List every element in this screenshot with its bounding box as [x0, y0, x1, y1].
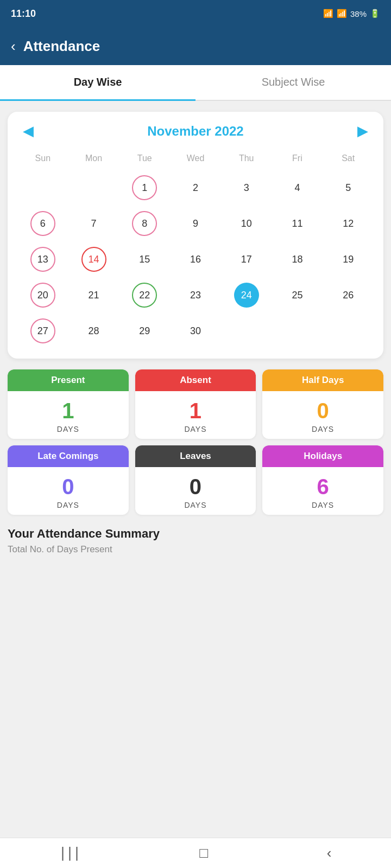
calendar-day-21[interactable]: 21 — [68, 278, 119, 312]
calendar-day-26[interactable]: 26 — [323, 278, 374, 312]
summary-subtitle: Total No. of Days Present — [8, 544, 383, 555]
calendar-day-27[interactable]: 27 — [17, 314, 68, 348]
stat-body-absent: 1 DAYS — [135, 391, 256, 439]
nav-recent-apps[interactable]: ∣∣∣ — [59, 845, 80, 861]
calendar-day-19[interactable]: 19 — [323, 242, 374, 276]
calendar-day-24[interactable]: 24 — [221, 278, 272, 312]
stat-value-leaves: 0 — [138, 475, 253, 499]
stat-label-absent: DAYS — [138, 425, 253, 433]
stat-label-holidays: DAYS — [266, 501, 380, 509]
prev-month-button[interactable]: ◀ — [17, 123, 39, 139]
calendar-day-5[interactable]: 5 — [323, 171, 374, 205]
status-icons: 📶 📶 38% 🔋 — [323, 9, 380, 18]
stat-body-present: 1 DAYS — [8, 391, 129, 439]
summary-section: Your Attendance Summary Total No. of Day… — [8, 521, 383, 558]
calendar-day-8[interactable]: 8 — [119, 207, 170, 240]
calendar-grid: 1234567891011121314151617181920212223242… — [17, 171, 374, 348]
day-name-fri: Fri — [272, 150, 323, 167]
calendar-day-10[interactable]: 10 — [221, 207, 272, 240]
stat-header-late-comings: Late Comings — [8, 445, 129, 467]
battery-icon: 🔋 — [370, 9, 380, 18]
stat-label-half-days: DAYS — [266, 425, 380, 433]
day-name-sun: Sun — [17, 150, 68, 167]
stat-label-leaves: DAYS — [138, 501, 253, 509]
stat-header-half-days: Half Days — [262, 369, 383, 391]
calendar-day-22[interactable]: 22 — [119, 278, 170, 312]
next-month-button[interactable]: ▶ — [352, 123, 374, 139]
stat-value-half-days: 0 — [266, 399, 380, 423]
calendar-day-20[interactable]: 20 — [17, 278, 68, 312]
battery-text: 38% — [350, 9, 367, 18]
day-name-mon: Mon — [68, 150, 119, 167]
calendar-day-empty — [17, 171, 68, 205]
stats-grid: Present 1 DAYS Absent 1 DAYS Half Days 0… — [8, 369, 383, 515]
calendar-day-13[interactable]: 13 — [17, 242, 68, 276]
stat-card-half-days: Half Days 0 DAYS — [262, 369, 383, 439]
calendar-day-4[interactable]: 4 — [272, 171, 323, 205]
calendar-day-7[interactable]: 7 — [68, 207, 119, 240]
calendar-day-23[interactable]: 23 — [170, 278, 221, 312]
day-name-sat: Sat — [323, 150, 374, 167]
tab-day-wise[interactable]: Day Wise — [0, 65, 195, 101]
calendar-day-29[interactable]: 29 — [119, 314, 170, 348]
stat-body-half-days: 0 DAYS — [262, 391, 383, 439]
bottom-nav: ∣∣∣ □ ‹ — [0, 838, 391, 868]
calendar-day-25[interactable]: 25 — [272, 278, 323, 312]
calendar: ◀ November 2022 ▶ Sun Mon Tue Wed Thu Fr… — [8, 112, 383, 359]
tab-subject-wise[interactable]: Subject Wise — [195, 65, 391, 100]
calendar-day-names: Sun Mon Tue Wed Thu Fri Sat — [17, 150, 374, 167]
calendar-day-2[interactable]: 2 — [170, 171, 221, 205]
calendar-day-12[interactable]: 12 — [323, 207, 374, 240]
stat-body-holidays: 6 DAYS — [262, 467, 383, 515]
stat-body-leaves: 0 DAYS — [135, 467, 256, 515]
calendar-day-14[interactable]: 14 — [68, 242, 119, 276]
signal-icon: 📶 — [337, 9, 347, 18]
stat-value-holidays: 6 — [266, 475, 380, 499]
calendar-day-15[interactable]: 15 — [119, 242, 170, 276]
calendar-day-16[interactable]: 16 — [170, 242, 221, 276]
stat-card-absent: Absent 1 DAYS — [135, 369, 256, 439]
stat-label-late-comings: DAYS — [11, 501, 125, 509]
stat-card-holidays: Holidays 6 DAYS — [262, 445, 383, 515]
calendar-month-label: November 2022 — [147, 124, 243, 139]
stat-header-absent: Absent — [135, 369, 256, 391]
tabs-container: Day Wise Subject Wise — [0, 65, 391, 101]
wifi-icon: 📶 — [323, 9, 333, 18]
day-name-thu: Thu — [221, 150, 272, 167]
calendar-day-18[interactable]: 18 — [272, 242, 323, 276]
stat-card-present: Present 1 DAYS — [8, 369, 129, 439]
stat-value-present: 1 — [11, 399, 125, 423]
nav-back[interactable]: ‹ — [327, 845, 332, 861]
stat-header-holidays: Holidays — [262, 445, 383, 467]
back-button[interactable]: ‹ — [11, 38, 16, 55]
stat-header-present: Present — [8, 369, 129, 391]
calendar-day-30[interactable]: 30 — [170, 314, 221, 348]
stat-header-leaves: Leaves — [135, 445, 256, 467]
calendar-header: ◀ November 2022 ▶ — [17, 123, 374, 139]
calendar-day-17[interactable]: 17 — [221, 242, 272, 276]
stat-value-late-comings: 0 — [11, 475, 125, 499]
calendar-day-11[interactable]: 11 — [272, 207, 323, 240]
status-bar: 11:10 📶 📶 38% 🔋 — [0, 0, 391, 27]
header: ‹ Attendance — [0, 27, 391, 65]
calendar-day-1[interactable]: 1 — [119, 171, 170, 205]
stat-card-late-comings: Late Comings 0 DAYS — [8, 445, 129, 515]
calendar-day-empty — [68, 171, 119, 205]
stat-card-leaves: Leaves 0 DAYS — [135, 445, 256, 515]
nav-home[interactable]: □ — [199, 845, 208, 861]
stat-value-absent: 1 — [138, 399, 253, 423]
calendar-day-3[interactable]: 3 — [221, 171, 272, 205]
status-time: 11:10 — [11, 8, 36, 20]
page-title: Attendance — [23, 38, 100, 55]
day-name-wed: Wed — [170, 150, 221, 167]
calendar-day-28[interactable]: 28 — [68, 314, 119, 348]
calendar-day-6[interactable]: 6 — [17, 207, 68, 240]
stat-label-present: DAYS — [11, 425, 125, 433]
stat-body-late-comings: 0 DAYS — [8, 467, 129, 515]
calendar-day-9[interactable]: 9 — [170, 207, 221, 240]
summary-title: Your Attendance Summary — [8, 527, 383, 541]
day-name-tue: Tue — [119, 150, 170, 167]
